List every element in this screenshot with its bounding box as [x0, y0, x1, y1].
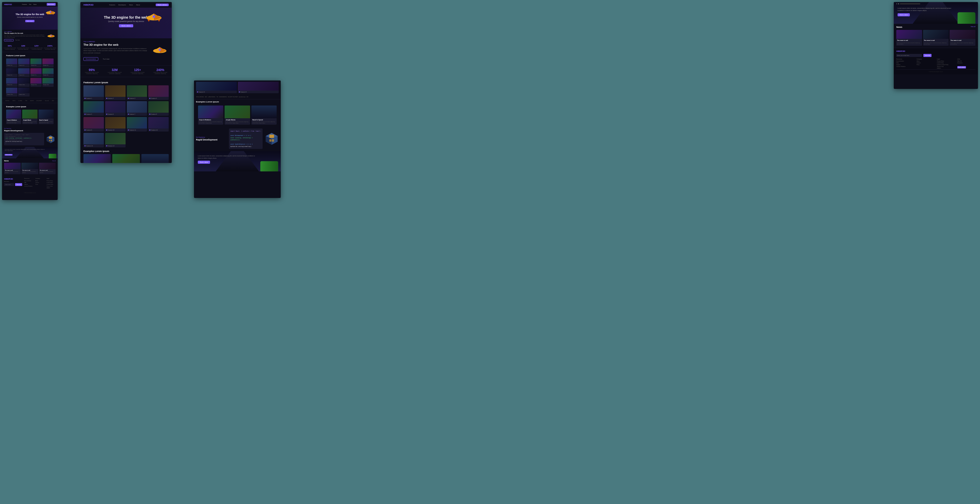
- partner-2-mr: DIA: [205, 96, 207, 97]
- example-jungle-title-small: Jungle Mania: [22, 118, 37, 121]
- stat-3-small: 125+ Lorem ipsum dolor sit ametconsectet…: [30, 45, 43, 50]
- feature-label-14-small: Feature 14 ●: [18, 93, 29, 96]
- news-card-1-fr: The news is outl Lorem ipsum dolor sit a…: [896, 30, 922, 46]
- feature-img-2-center: [105, 85, 126, 97]
- footer-link-cookie-small[interactable]: Cookie Policy: [46, 182, 56, 183]
- road-btn-mr[interactable]: Book a demo: [198, 161, 210, 164]
- footer-col-legal-title-small: Legal: [46, 178, 56, 179]
- feature-dot-11-center: [128, 129, 129, 131]
- footer-link-support-small[interactable]: Support: [24, 183, 33, 185]
- footer-link-press-small[interactable]: Press: [35, 183, 45, 185]
- footer-link-investor-fr[interactable]: Investor Relations: [896, 66, 915, 67]
- road-fr: Lorem ipsum dolor sit amet, consectetur …: [894, 2, 978, 24]
- footer-link-hiber3d-fr[interactable]: Hiber 3D: [957, 61, 976, 62]
- nav-logo-center: HIBER3D: [83, 3, 94, 6]
- road-btn-fr[interactable]: Book a demo: [897, 13, 910, 16]
- road-btn-small[interactable]: Book a demo: [5, 154, 13, 156]
- news-desc-2-small: Lorem ipsum dolor sit amet consectetur a…: [21, 171, 38, 174]
- feature-card-14-small: Feature 14 ●: [18, 88, 29, 97]
- footer-newsletter-fr: HIBER3D: [896, 50, 975, 53]
- dot-2-fr: [898, 3, 899, 4]
- feature-img-13-mr: [196, 82, 237, 91]
- footer-link-investor-small[interactable]: Investor Relations: [24, 185, 33, 187]
- stat-desc-1-center: Lorem ipsum dolor sit ametconsectetur ad…: [85, 72, 99, 74]
- feature-img-9-center: [83, 117, 104, 129]
- footer-email-input-small[interactable]: [4, 183, 14, 186]
- feature-card-1-small: Feature 1 ●: [6, 59, 18, 67]
- footer-copy-small: © 2024 Hiber3D. All rights reserved.: [2, 191, 58, 193]
- footer-link-hiber-small[interactable]: HIBER+: [46, 187, 56, 188]
- footer-link-careers-fr[interactable]: Careers: [917, 62, 935, 64]
- news-card-2-fr: The news is outl Lorem ipsum dolor sit a…: [923, 30, 949, 46]
- footer-link-faq-fr[interactable]: FAQ: [896, 62, 915, 64]
- footer-link-disclaimer-fr[interactable]: Disclaimer: [957, 62, 976, 64]
- hero-btn-center[interactable]: Book a demo: [119, 24, 133, 27]
- nav-cta-center[interactable]: Book a demo: [156, 3, 169, 6]
- news-small-section: News View all The news is outl Lorem ips…: [2, 158, 58, 176]
- examples-grid-center: Cops & Robbers Lorem ipsum dolor sit ame…: [83, 154, 169, 163]
- feature-card-4-small: Feature 4 ●: [42, 59, 54, 67]
- feature-img-4-small: [42, 59, 54, 64]
- code-block-small: import React, { useState } from 'react';…: [4, 133, 44, 145]
- footer-link-terms-small[interactable]: Terms of Use: [46, 185, 56, 187]
- feature-btn-doc-center[interactable]: Documentation: [83, 57, 98, 61]
- footer-subscribe-btn-fr[interactable]: Subscribe: [923, 54, 932, 57]
- features-title-small: Features Lorem ipsum: [4, 53, 56, 57]
- road-desc-small: Lorem ipsum dolor sit amet, consectetur …: [5, 149, 45, 152]
- partner-3-small: LINE: [18, 100, 22, 101]
- footer-subscribe-btn-small[interactable]: Subscribe: [15, 183, 22, 186]
- feature-label-12-center: Feature 12: [148, 129, 169, 132]
- footer-link-about-small[interactable]: About: [35, 180, 45, 181]
- feature-img-5-center: [83, 101, 104, 113]
- footer-email-input-fr[interactable]: [896, 54, 922, 57]
- footer-link-support-fr[interactable]: Support: [896, 64, 915, 65]
- footer-link-content-small[interactable]: Content Policy: [46, 183, 56, 185]
- news-desc-1-small: Lorem ipsum dolor sit amet consectetur a…: [4, 171, 21, 174]
- news-viewall-fr[interactable]: View all: [970, 26, 975, 28]
- footer-col-resources-title-fr: Resources: [896, 59, 915, 60]
- footer-link-cookie-fr[interactable]: Cookie Policy: [937, 62, 955, 64]
- feature-label-10-small: Feature 10 ●: [18, 83, 29, 86]
- feature-img-6-center: [105, 101, 126, 113]
- examples-title-small: Examples Lorem ipsum: [4, 104, 56, 108]
- dot-13-mr: [197, 91, 198, 93]
- footer-link-about-fr[interactable]: About: [917, 61, 935, 62]
- examples-mr-section: Examples Lorem ipsum Cops & Robbers Lore…: [194, 99, 281, 126]
- hero-ship-center: [144, 11, 164, 24]
- footer-col-resources-small: Resources Documentation FAQ Support Inve…: [24, 178, 33, 189]
- footer-link-press-fr[interactable]: Press: [917, 64, 935, 65]
- news-desc-3-small: Lorem ipsum dolor sit amet consectetur a…: [39, 171, 56, 174]
- feature-btn-try-small[interactable]: Try it now: [14, 39, 21, 41]
- news-grid-small: The news is outl Lorem ipsum dolor sit a…: [4, 163, 56, 174]
- svg-point-11: [51, 35, 52, 36]
- example-jungle-title-mr: Jungle Mania: [224, 118, 250, 121]
- footer-cta-fr[interactable]: Book a demo: [957, 66, 966, 69]
- footer-fr: HIBER3D Subscribe Resources Documentatio…: [894, 48, 978, 74]
- examples-small-section: Examples Lorem ipsum Cops & Robbers Lore…: [2, 103, 58, 126]
- nav-cta-small[interactable]: Book demo: [47, 3, 56, 6]
- example-cops-img-small: [6, 110, 21, 118]
- footer-link-terms-fr[interactable]: Terms of Use: [937, 66, 955, 67]
- news-viewall-small[interactable]: View all: [52, 160, 56, 161]
- hero-btn-small[interactable]: Book a demo: [25, 20, 35, 22]
- footer-link-doc-small[interactable]: Documentation: [24, 180, 33, 181]
- footer-col-resources-fr: Resources Documentation FAQ Support Inve…: [896, 59, 915, 70]
- feature-btn-try-center[interactable]: Try it now: [101, 57, 111, 61]
- footer-link-content-fr[interactable]: Content Creator Policy: [937, 64, 955, 65]
- footer-link-privacy-fr[interactable]: Privacy Policy: [937, 61, 955, 62]
- feature-card-14-mr: Feature 14: [238, 82, 279, 93]
- footer-link-faq-small[interactable]: FAQ: [24, 182, 33, 183]
- footer-col-legal-title-fr: Legal: [937, 59, 955, 60]
- feature-btn-doc-small[interactable]: Documentation: [4, 39, 14, 41]
- footer-link-hiber-fr[interactable]: HIBER+: [937, 68, 955, 69]
- partner-2-small: DIA: [13, 100, 16, 101]
- stat-2-small: 32M Lorem ipsum dolor sit ametconsectetu…: [17, 45, 29, 50]
- footer-link-privacy-small[interactable]: Privacy Policy: [46, 180, 56, 181]
- footer-link-careers-small[interactable]: Careers: [35, 182, 45, 183]
- svg-marker-24: [148, 20, 150, 22]
- example-jungle-small: Jungle Mania Lorem ipsum dolor sit amet …: [22, 110, 37, 124]
- footer-link-doc-fr[interactable]: Documentation: [896, 61, 915, 62]
- stat-label-4-small: Lorem ipsum dolor sit ametconsectetur ad…: [44, 47, 56, 50]
- screenshot-far-right: Lorem ipsum dolor sit amet, consectetur …: [894, 2, 978, 89]
- feature-card-5-center: Feature 5: [83, 101, 104, 116]
